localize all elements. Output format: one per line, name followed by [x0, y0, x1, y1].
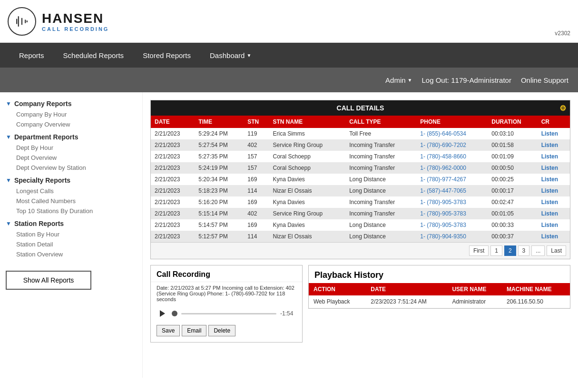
call-type-cell: Incoming Transfer	[345, 139, 416, 151]
nav-item-dashboard[interactable]: Dashboard ▼	[200, 43, 261, 68]
listen-cell[interactable]: Listen	[538, 151, 570, 162]
page-1-button[interactable]: 1	[490, 245, 502, 256]
stn-cell: 169	[244, 174, 269, 185]
sub-nav-admin[interactable]: Admin ▼	[385, 76, 412, 84]
duration-cell: 00:00:37	[488, 231, 537, 242]
listen-cell[interactable]: Listen	[538, 219, 570, 231]
nav-item-reports[interactable]: Reports	[10, 43, 54, 68]
duration-cell: 00:01:58	[488, 139, 537, 151]
listen-cell[interactable]: Listen	[538, 185, 570, 196]
main-content: CALL DETAILS ⚙ DATE TIME STN STN NAME CA…	[143, 92, 578, 378]
stn-name-cell: Kyna Davies	[269, 174, 346, 185]
gear-icon[interactable]: ⚙	[559, 104, 566, 113]
delete-button[interactable]: Delete	[208, 325, 235, 336]
listen-cell[interactable]: Listen	[538, 174, 570, 185]
sidebar-section-title-department[interactable]: ▼ Department Reports	[6, 133, 137, 141]
time-cell: 5:27:54 PM	[195, 139, 244, 151]
sidebar-section-specialty: ▼ Specialty Reports Longest Calls Most C…	[6, 176, 137, 216]
stn-name-cell: Nizar El Ossais	[269, 231, 346, 242]
listen-cell[interactable]: Listen	[538, 196, 570, 208]
phone-cell[interactable]: 1- (780)-905-3783	[416, 196, 488, 208]
sub-nav-logout[interactable]: Log Out: 1179-Administrator	[421, 76, 511, 84]
sidebar-section-title-station[interactable]: ▼ Station Reports	[6, 220, 137, 227]
phone-cell[interactable]: 1- (780)-962-0000	[416, 162, 488, 174]
col-time: TIME	[195, 116, 244, 128]
first-page-button[interactable]: First	[469, 245, 489, 256]
stn-cell: 157	[244, 151, 269, 162]
sidebar-item-station-overview[interactable]: Station Overview	[6, 249, 137, 259]
phone-cell[interactable]: 1- (587)-447-7065	[416, 185, 488, 196]
date-cell: 2/21/2023	[151, 174, 195, 185]
listen-cell[interactable]: Listen	[538, 231, 570, 242]
sidebar-item-top10-stations[interactable]: Top 10 Stations By Duration	[6, 206, 137, 216]
call-type-cell: Long Distance	[345, 231, 416, 242]
logo-main-text: HANSEN	[42, 11, 109, 26]
sidebar-section-title-company[interactable]: ▼ Company Reports	[6, 100, 137, 108]
call-recording-panel: Call Recording Date: 2/21/2023 at 5:27 P…	[150, 265, 303, 348]
phone-cell[interactable]: 1- (780)-904-9350	[416, 231, 488, 242]
col-cr: CR	[538, 116, 570, 128]
main-layout: ▼ Company Reports Company By Hour Compan…	[0, 92, 578, 378]
progress-bar[interactable]	[181, 313, 276, 314]
page-3-button[interactable]: 3	[518, 245, 530, 256]
show-all-reports-button[interactable]: Show All Reports	[6, 271, 91, 290]
call-recording-info: Date: 2/21/2023 at 5:27 PM Incoming call…	[151, 282, 302, 305]
sidebar-item-longest-calls[interactable]: Longest Calls	[6, 186, 137, 196]
phone-cell[interactable]: 1- (855)-646-0534	[416, 128, 488, 139]
table-row: 2/21/20235:12:57 PM114Nizar El OssaisLon…	[151, 231, 570, 242]
stn-name-cell: Kyna Davies	[269, 196, 346, 208]
call-type-cell: Long Distance	[345, 174, 416, 185]
player-row: -1:54	[151, 305, 302, 322]
stn-cell: 114	[244, 185, 269, 196]
table-row: 2/21/20235:29:24 PM119Erica SimmsToll Fr…	[151, 128, 570, 139]
nav-item-stored-reports[interactable]: Stored Reports	[133, 43, 200, 68]
sidebar-item-company-overview[interactable]: Company Overview	[6, 119, 137, 129]
sidebar-item-dept-overview[interactable]: Dept Overview	[6, 153, 137, 163]
stn-cell: 402	[244, 139, 269, 151]
playback-dot[interactable]	[172, 311, 177, 316]
ellipsis-button[interactable]: ...	[531, 245, 545, 256]
table-row: 2/21/20235:15:14 PM402Service Ring Group…	[151, 208, 570, 219]
sidebar-item-company-by-hour[interactable]: Company By Hour	[6, 109, 137, 119]
phone-cell[interactable]: 1- (780)-690-7202	[416, 139, 488, 151]
sidebar-item-station-by-hour[interactable]: Station By Hour	[6, 229, 137, 239]
svg-marker-5	[160, 310, 165, 317]
sidebar-item-dept-by-hour[interactable]: Dept By Hour	[6, 143, 137, 153]
listen-cell[interactable]: Listen	[538, 128, 570, 139]
call-type-cell: Long Distance	[345, 185, 416, 196]
call-type-cell: Incoming Transfer	[345, 208, 416, 219]
ph-col-action: ACTION	[309, 283, 366, 295]
phone-cell[interactable]: 1- (780)-905-3783	[416, 208, 488, 219]
call-type-cell: Toll Free	[345, 128, 416, 139]
phone-cell[interactable]: 1- (780)-905-3783	[416, 219, 488, 231]
duration-cell: 00:00:33	[488, 219, 537, 231]
listen-cell[interactable]: Listen	[538, 162, 570, 174]
phone-cell[interactable]: 1- (780)-977-4267	[416, 174, 488, 185]
last-page-button[interactable]: Last	[547, 245, 566, 256]
page-2-button[interactable]: 2	[504, 245, 516, 256]
stn-name-cell: Kyna Davies	[269, 219, 346, 231]
call-details-panel: CALL DETAILS ⚙ DATE TIME STN STN NAME CA…	[150, 100, 570, 259]
listen-cell[interactable]: Listen	[538, 139, 570, 151]
stn-name-cell: Erica Simms	[269, 128, 346, 139]
nav-item-scheduled-reports[interactable]: Scheduled Reports	[54, 43, 134, 68]
phone-cell[interactable]: 1- (780)-458-8660	[416, 151, 488, 162]
sidebar-item-most-called-numbers[interactable]: Most Called Numbers	[6, 196, 137, 206]
sidebar-item-dept-overview-by-station[interactable]: Dept Overview by Station	[6, 163, 137, 173]
listen-cell[interactable]: Listen	[538, 208, 570, 219]
sidebar: ▼ Company Reports Company By Hour Compan…	[0, 92, 143, 378]
sidebar-item-station-detail[interactable]: Station Detail	[6, 239, 137, 249]
save-button[interactable]: Save	[157, 325, 180, 336]
duration-cell: 00:01:05	[488, 208, 537, 219]
email-button[interactable]: Email	[182, 325, 206, 336]
time-cell: 5:24:19 PM	[195, 162, 244, 174]
sub-nav-online-support[interactable]: Online Support	[521, 76, 568, 84]
play-button[interactable]	[157, 308, 168, 319]
call-type-cell: Incoming Transfer	[345, 162, 416, 174]
app-header: HANSEN CALL RECORDING v2302	[0, 0, 578, 43]
call-recording-box: Call Recording Date: 2/21/2023 at 5:27 P…	[150, 265, 303, 343]
table-row: 2/21/20235:20:34 PM169Kyna DaviesLong Di…	[151, 174, 570, 185]
stn-cell: 402	[244, 208, 269, 219]
sidebar-section-title-specialty[interactable]: ▼ Specialty Reports	[6, 176, 137, 184]
stn-name-cell: Service Ring Group	[269, 208, 346, 219]
